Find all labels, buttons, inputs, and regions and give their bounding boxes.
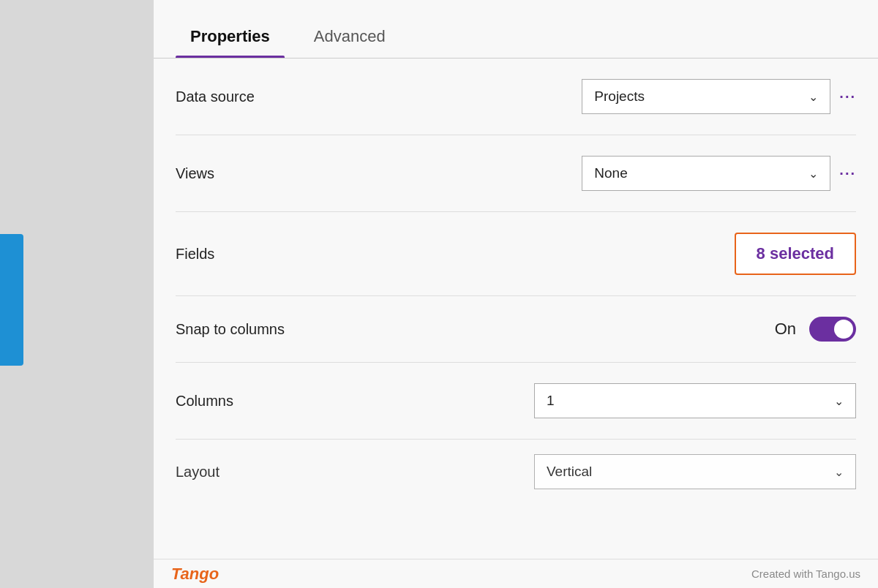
columns-chevron-icon: ⌄ <box>834 394 844 408</box>
data-source-control: Projects ⌄ ··· <box>410 79 856 114</box>
layout-label: Layout <box>176 464 410 480</box>
data-source-dropdown[interactable]: Projects ⌄ <box>582 79 830 114</box>
fields-row: Fields 8 selected <box>176 212 856 296</box>
tab-properties[interactable]: Properties <box>176 15 285 58</box>
views-label: Views <box>176 165 410 182</box>
data-source-chevron-icon: ⌄ <box>808 90 818 104</box>
tab-advanced[interactable]: Advanced <box>299 15 400 58</box>
columns-value: 1 <box>547 393 555 409</box>
layout-chevron-icon: ⌄ <box>834 465 844 479</box>
data-source-value: Projects <box>594 88 645 105</box>
data-source-label: Data source <box>176 88 410 105</box>
main-panel: Properties Advanced Data source Projects… <box>154 0 878 588</box>
properties-content: Data source Projects ⌄ ··· Views None ⌄ … <box>154 59 878 559</box>
layout-row: Layout Vertical ⌄ <box>176 440 856 497</box>
left-sidebar <box>0 0 154 588</box>
tango-credit-text: Created with Tango.us <box>751 568 860 580</box>
views-row: Views None ⌄ ··· <box>176 135 856 212</box>
data-source-ellipsis-button[interactable]: ··· <box>839 88 856 105</box>
footer: Tango Created with Tango.us <box>154 559 878 588</box>
views-control: None ⌄ ··· <box>410 156 856 191</box>
columns-row: Columns 1 ⌄ <box>176 363 856 440</box>
columns-control: 1 ⌄ <box>410 383 856 418</box>
columns-dropdown[interactable]: 1 ⌄ <box>534 383 856 418</box>
snap-to-columns-row: Snap to columns On <box>176 296 856 363</box>
fields-selected-button[interactable]: 8 selected <box>735 233 856 275</box>
fields-control: 8 selected <box>410 233 856 275</box>
snap-to-columns-label: Snap to columns <box>176 321 410 338</box>
views-chevron-icon: ⌄ <box>808 167 818 181</box>
toggle-knob <box>834 320 853 339</box>
layout-value: Vertical <box>547 464 592 480</box>
data-source-row: Data source Projects ⌄ ··· <box>176 59 856 135</box>
views-ellipsis-button[interactable]: ··· <box>839 165 856 182</box>
snap-to-columns-toggle[interactable] <box>809 317 856 342</box>
columns-label: Columns <box>176 393 410 410</box>
views-value: None <box>594 165 627 181</box>
tango-logo: Tango <box>171 565 219 584</box>
views-dropdown[interactable]: None ⌄ <box>582 156 830 191</box>
layout-control: Vertical ⌄ <box>410 454 856 489</box>
snap-toggle-on-label: On <box>775 320 796 339</box>
snap-to-columns-control: On <box>410 317 856 342</box>
fields-label: Fields <box>176 246 410 263</box>
tab-bar: Properties Advanced <box>154 0 878 59</box>
layout-dropdown[interactable]: Vertical ⌄ <box>534 454 856 489</box>
blue-accent-bar <box>0 234 23 366</box>
